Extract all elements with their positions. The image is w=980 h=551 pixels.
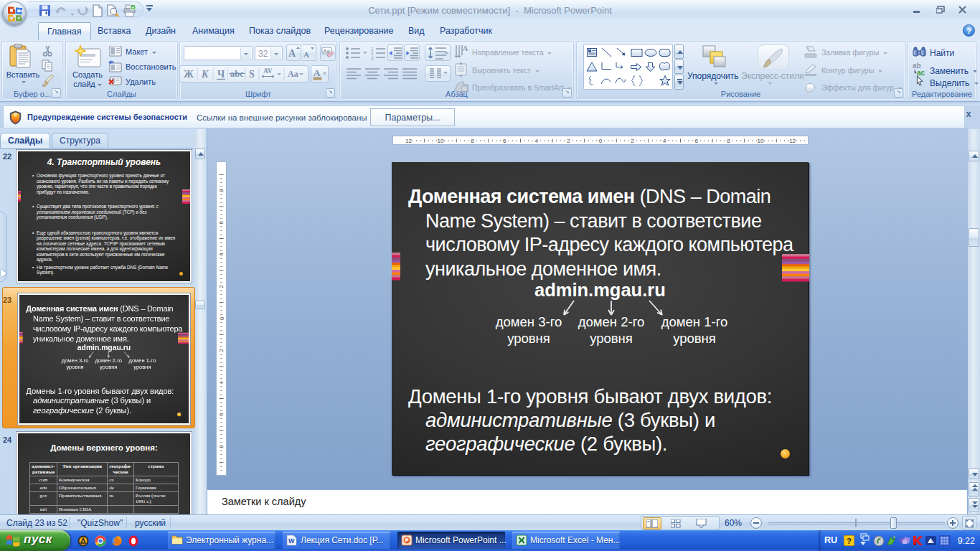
svg-text:?: ? — [847, 537, 852, 545]
svg-text:A: A — [314, 67, 321, 78]
svg-text:A: A — [303, 50, 309, 59]
svg-text:8: 8 — [219, 189, 225, 192]
svg-text:Ч: Ч — [217, 69, 225, 80]
svg-text:4: 4 — [663, 138, 666, 144]
svg-text:6: 6 — [503, 138, 507, 144]
svg-text:12: 12 — [405, 138, 412, 144]
svg-text:6: 6 — [219, 220, 225, 224]
svg-text:2: 2 — [631, 138, 634, 144]
svg-text:2: 2 — [219, 285, 225, 288]
svg-text:10: 10 — [758, 138, 764, 144]
svg-text:0: 0 — [599, 138, 603, 144]
svg-text:A: A — [463, 44, 468, 52]
svg-text:4: 4 — [219, 380, 225, 384]
svg-text:Aa: Aa — [288, 69, 298, 79]
svg-text:W: W — [288, 537, 295, 545]
svg-text:8: 8 — [219, 445, 225, 448]
svg-text:2: 2 — [219, 349, 225, 352]
svg-text:6: 6 — [219, 413, 225, 416]
svg-text:6: 6 — [695, 138, 699, 144]
svg-text:3: 3 — [371, 56, 374, 61]
svg-text:4: 4 — [535, 138, 539, 144]
svg-text:2: 2 — [567, 138, 570, 144]
svg-text:S: S — [249, 69, 255, 80]
svg-text:A: A — [288, 48, 296, 59]
svg-text:Ж: Ж — [184, 69, 194, 80]
svg-text:8: 8 — [471, 138, 474, 144]
svg-text:10: 10 — [438, 138, 444, 144]
svg-text:0: 0 — [219, 316, 225, 320]
svg-text:AV: AV — [263, 67, 273, 75]
svg-text:4: 4 — [219, 253, 225, 256]
svg-text:12: 12 — [789, 138, 796, 144]
svg-text:K: K — [201, 69, 209, 80]
svg-text:8: 8 — [727, 138, 730, 144]
